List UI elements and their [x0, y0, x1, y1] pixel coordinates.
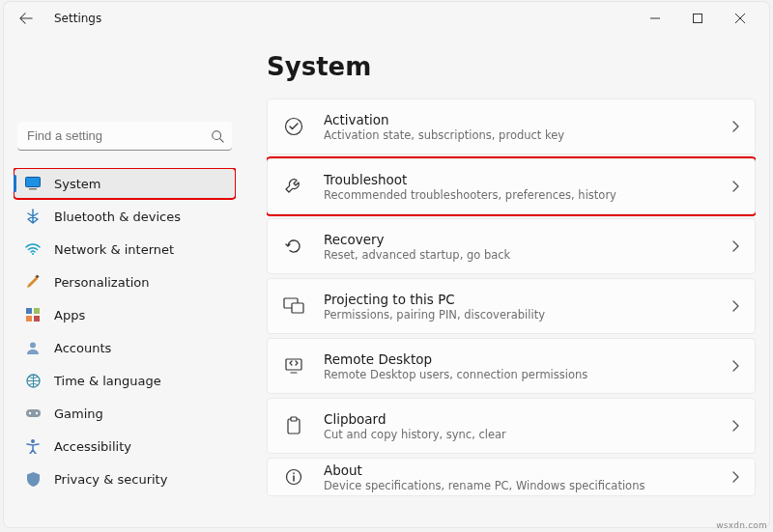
card-title: Recovery — [324, 232, 731, 247]
svg-rect-9 — [34, 316, 40, 322]
sidebar-item-label: Accessibility — [54, 439, 131, 454]
back-button[interactable] — [12, 4, 41, 33]
apps-icon — [23, 305, 43, 324]
sidebar-item-gaming[interactable]: Gaming — [14, 398, 236, 429]
body: System Bluetooth & devices Network & int… — [4, 35, 769, 527]
card-title: About — [324, 462, 731, 478]
sidebar-item-label: Gaming — [54, 406, 103, 421]
card-remote-desktop[interactable]: Remote Desktop Remote Desktop users, con… — [267, 338, 756, 394]
sidebar-item-accounts[interactable]: Accounts — [14, 332, 236, 363]
sidebar-item-label: Time & language — [54, 374, 161, 388]
sidebar-item-network[interactable]: Network & internet — [14, 234, 236, 265]
svg-rect-12 — [26, 409, 41, 417]
svg-point-10 — [30, 343, 36, 349]
chevron-right-icon — [731, 471, 739, 483]
search-input[interactable] — [17, 122, 232, 151]
svg-rect-7 — [34, 308, 40, 314]
sidebar-item-apps[interactable]: Apps — [14, 299, 236, 330]
card-subtitle: Remote Desktop users, connection permiss… — [324, 368, 731, 381]
sidebar-item-label: Network & internet — [54, 242, 174, 257]
close-icon — [735, 14, 745, 23]
svg-rect-6 — [26, 308, 32, 314]
card-title: Troubleshoot — [324, 172, 731, 187]
card-subtitle: Recommended troubleshooters, preferences… — [324, 188, 731, 202]
sidebar-item-label: Personalization — [54, 275, 150, 290]
card-subtitle: Device specifications, rename PC, Window… — [324, 479, 731, 492]
svg-rect-2 — [26, 178, 41, 187]
maximize-icon — [693, 14, 702, 23]
card-text: Projecting to this PC Permissions, pairi… — [324, 292, 731, 322]
titlebar: Settings — [4, 2, 769, 35]
card-recovery[interactable]: Recovery Reset, advanced startup, go bac… — [267, 218, 756, 274]
globe-clock-icon — [23, 371, 43, 390]
sidebar-item-bluetooth[interactable]: Bluetooth & devices — [14, 201, 236, 232]
card-about[interactable]: About Device specifications, rename PC, … — [267, 458, 756, 496]
paintbrush-icon — [23, 272, 43, 292]
sidebar-item-label: System — [54, 177, 100, 191]
sidebar-item-system[interactable]: System — [14, 168, 236, 199]
sidebar-item-privacy[interactable]: Privacy & security — [14, 463, 236, 494]
card-text: About Device specifications, rename PC, … — [324, 462, 731, 492]
recovery-icon — [277, 230, 310, 263]
svg-point-13 — [28, 412, 30, 414]
svg-rect-0 — [694, 14, 702, 23]
bluetooth-icon — [23, 207, 43, 226]
card-text: Recovery Reset, advanced startup, go bac… — [324, 232, 731, 262]
arrow-left-icon — [19, 12, 33, 25]
sidebar-item-label: Accounts — [54, 341, 111, 355]
card-projecting[interactable]: Projecting to this PC Permissions, pairi… — [267, 278, 756, 334]
card-title: Remote Desktop — [324, 351, 731, 367]
accessibility-icon — [23, 436, 43, 456]
sidebar-item-label: Bluetooth & devices — [54, 210, 181, 224]
clipboard-icon — [277, 409, 310, 442]
sidebar-item-time-language[interactable]: Time & language — [14, 365, 236, 396]
svg-point-4 — [32, 253, 34, 255]
accounts-icon — [23, 338, 43, 357]
maximize-button[interactable] — [676, 4, 719, 33]
sidebar-item-accessibility[interactable]: Accessibility — [14, 431, 236, 462]
about-icon — [277, 461, 310, 493]
svg-rect-18 — [292, 303, 303, 313]
card-text: Remote Desktop Remote Desktop users, con… — [324, 351, 731, 381]
svg-rect-8 — [26, 316, 32, 322]
svg-point-14 — [35, 412, 37, 414]
chevron-right-icon — [731, 420, 739, 432]
card-troubleshoot[interactable]: Troubleshoot Recommended troubleshooters… — [267, 158, 756, 214]
chevron-right-icon — [731, 181, 739, 192]
system-icon — [23, 174, 43, 193]
close-button[interactable] — [719, 4, 761, 33]
search-field[interactable] — [17, 122, 232, 151]
main-pane: System Activation Activation state, subs… — [245, 35, 769, 527]
settings-cards: Activation Activation state, subscriptio… — [267, 98, 756, 496]
card-subtitle: Cut and copy history, sync, clear — [324, 428, 731, 441]
card-title: Activation — [324, 112, 731, 127]
card-subtitle: Permissions, pairing PIN, discoverabilit… — [324, 308, 731, 322]
card-activation[interactable]: Activation Activation state, subscriptio… — [267, 98, 756, 154]
gamepad-icon — [23, 404, 43, 423]
card-subtitle: Reset, advanced startup, go back — [324, 248, 731, 262]
troubleshoot-icon — [277, 170, 310, 203]
watermark: wsxdn.com — [716, 520, 767, 530]
page-title: System — [267, 52, 756, 81]
chevron-right-icon — [731, 121, 739, 132]
wifi-icon — [23, 239, 43, 259]
card-subtitle: Activation state, subscriptions, product… — [324, 128, 731, 142]
svg-rect-3 — [29, 188, 37, 190]
svg-rect-21 — [291, 417, 297, 421]
sidebar-item-personalization[interactable]: Personalization — [14, 266, 236, 297]
chevron-right-icon — [731, 240, 739, 252]
shield-icon — [23, 469, 43, 489]
card-clipboard[interactable]: Clipboard Cut and copy history, sync, cl… — [267, 398, 756, 454]
nav-list: System Bluetooth & devices Network & int… — [14, 168, 236, 494]
sidebar-item-label: Apps — [54, 308, 85, 322]
remote-desktop-icon — [277, 350, 310, 382]
sidebar-item-label: Privacy & security — [54, 472, 167, 487]
window-controls — [634, 4, 761, 33]
minimize-button[interactable] — [634, 4, 676, 33]
minimize-icon — [650, 14, 660, 23]
card-text: Activation Activation state, subscriptio… — [324, 112, 731, 142]
chevron-right-icon — [731, 300, 739, 312]
card-text: Clipboard Cut and copy history, sync, cl… — [324, 411, 731, 441]
svg-rect-19 — [286, 359, 301, 370]
svg-point-1 — [213, 131, 221, 140]
